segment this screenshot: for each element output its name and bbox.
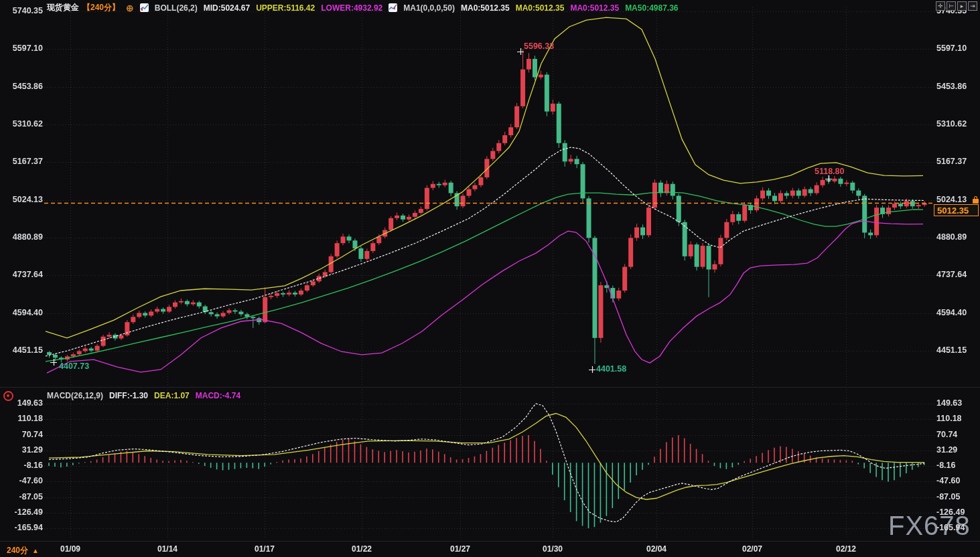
- axis-tick-label: 5310.62: [13, 119, 43, 129]
- date-tick-label: 01/14: [157, 544, 178, 554]
- footer-period-control[interactable]: 240分 ▲: [7, 545, 39, 556]
- period-label[interactable]: 【240分】: [82, 2, 120, 13]
- expand-panel-icon[interactable]: ▲: [32, 547, 39, 554]
- axis-tick-label: -126.49: [936, 507, 965, 517]
- date-tick-label: 01/09: [60, 544, 80, 554]
- axis-tick-label: 4451.15: [936, 345, 967, 355]
- y-axis-scale-icon[interactable]: ⊢: [947, 1, 956, 11]
- axis-tick-label: 4737.64: [936, 270, 967, 279]
- date-tick-label: 01/22: [352, 544, 372, 554]
- axis-tick-label: 70.74: [22, 430, 43, 439]
- macd-diff-value: DIFF:-1.30: [109, 391, 148, 400]
- indicator-alert-icon[interactable]: [3, 391, 13, 401]
- axis-tick-label: -126.49: [15, 507, 43, 517]
- axis-tick-label: 110.18: [17, 414, 43, 423]
- axis-tick-label: 4451.15: [13, 345, 43, 355]
- chart-icon[interactable]: [389, 3, 397, 12]
- axis-tick-label: 5453.86: [936, 82, 967, 91]
- axis-tick-label: -87.05: [936, 492, 960, 501]
- axis-tick-label: -87.05: [19, 492, 43, 501]
- axis-tick-label: 5453.86: [13, 82, 43, 91]
- symbol-name: 现货黄金: [47, 2, 79, 13]
- axis-tick-label: -47.60: [936, 476, 960, 485]
- axis-tick-label: -8.16: [936, 461, 956, 470]
- axis-tick-label: 70.74: [936, 430, 957, 439]
- date-tick-label: 01/30: [543, 544, 563, 554]
- axis-tick-label: 4880.89: [936, 232, 967, 242]
- axis-tick-label: 5740.35: [13, 6, 43, 15]
- macd-dea-value: DEA:1.07: [154, 391, 190, 400]
- footer-period-label[interactable]: 240分: [7, 545, 28, 556]
- boll-upper-value: UPPER:5116.42: [256, 3, 315, 13]
- axis-tick-label: 31.29: [936, 445, 957, 455]
- ma0-yellow-value: MA0:5012.35: [516, 3, 565, 13]
- axis-tick-label: 149.63: [17, 398, 43, 408]
- axis-tick-label: -165.94: [936, 523, 965, 532]
- chart-toolbar: ✛ ⊢ ▸ ⇥: [936, 1, 977, 11]
- axis-tick-label: 4594.40: [936, 308, 967, 317]
- axis-tick-label: 5024.13: [936, 195, 967, 204]
- date-tick-label: 02/04: [646, 544, 667, 554]
- date-tick-label: 02/12: [836, 544, 856, 554]
- high-price-annotation: 5118.80: [815, 167, 845, 176]
- axis-divider: [0, 541, 980, 542]
- low-price-annotation: 4401.58: [596, 364, 626, 374]
- axis-tick-label: 31.29: [22, 445, 43, 455]
- high-price-annotation: 5596.33: [524, 42, 554, 51]
- current-price-tag: 5012.35: [934, 204, 979, 216]
- axis-tick-label: 4594.40: [13, 308, 43, 317]
- boll-lower-value: LOWER:4932.92: [321, 3, 382, 13]
- ma0-white-value: MA0:5012.35: [461, 3, 510, 13]
- add-indicator-icon[interactable]: ⊕: [126, 5, 134, 11]
- axis-tick-label: 110.18: [936, 414, 962, 423]
- date-tick-label: 02/07: [742, 544, 762, 554]
- axis-tick-label: 5167.37: [13, 157, 43, 166]
- axis-tick-label: 149.63: [936, 398, 962, 408]
- ma-label: MA1(0,0,0,50): [403, 3, 455, 13]
- axis-tick-label: 4737.64: [13, 270, 43, 279]
- chart-icon[interactable]: [140, 3, 149, 12]
- date-tick-label: 01/17: [255, 544, 275, 554]
- axis-tick-label: 5597.10: [936, 44, 967, 53]
- axis-tick-label: 5597.10: [13, 44, 43, 53]
- macd-label: MACD(26,12,9): [47, 391, 103, 400]
- axis-tick-label: 5310.62: [936, 119, 967, 129]
- pan-icon[interactable]: ✛: [936, 1, 945, 11]
- macd-macd-value: MACD:-4.74: [196, 391, 240, 400]
- chart-canvas[interactable]: [0, 0, 980, 557]
- axis-tick-label: -47.60: [19, 476, 43, 485]
- ma50-value: MA50:4987.36: [625, 3, 678, 13]
- axis-tick-label: 5024.13: [13, 195, 43, 204]
- indicator-legend-bar: 现货黄金 【240分】 ⊕ BOLL(26,2) MID:5024.67 UPP…: [47, 2, 679, 13]
- chart-window: 现货黄金 【240分】 ⊕ BOLL(26,2) MID:5024.67 UPP…: [0, 0, 980, 557]
- axis-tick-label: -165.94: [15, 523, 43, 532]
- ma0-magenta-value: MA0:5012.35: [570, 3, 619, 13]
- x-axis-scale-icon[interactable]: ▸: [957, 1, 967, 11]
- price-lock-icon[interactable]: [973, 196, 979, 204]
- axis-tick-label: 5167.37: [936, 157, 967, 166]
- axis-tick-label: 4880.89: [13, 232, 43, 242]
- boll-mid-value: MID:5024.67: [204, 3, 250, 13]
- low-price-annotation: 4407.73: [59, 362, 89, 371]
- axis-tick-label: -8.16: [24, 461, 44, 470]
- macd-legend-bar: MACD(26,12,9) DIFF:-1.30 DEA:1.07 MACD:-…: [47, 391, 240, 400]
- panel-divider: [0, 387, 980, 388]
- date-tick-label: 01/27: [450, 544, 470, 554]
- boll-label: BOLL(26,2): [155, 3, 198, 13]
- collapse-panel-icon[interactable]: ⇥: [968, 1, 977, 11]
